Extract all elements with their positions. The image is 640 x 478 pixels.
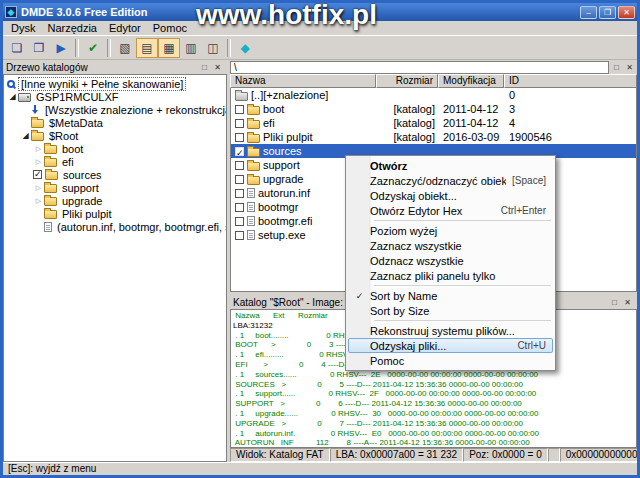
expand-icon[interactable]: ▷ [33, 158, 44, 166]
column-header-rozmiar[interactable]: Rozmiar [376, 74, 438, 88]
tree-item-gsp1rmculxf[interactable]: ◢GSP1RMCULXF [4, 90, 226, 103]
open-disk-button[interactable]: ❐ [28, 38, 50, 58]
collapse-icon[interactable]: ◢ [7, 92, 18, 101]
tree-float-button[interactable]: □ [198, 62, 211, 73]
file-id-cell: 1900546 [505, 130, 636, 144]
tree-item-label: efi [60, 156, 76, 168]
context-menu-item-otwórz-edytor-hex[interactable]: Otwórz Edytor HexCtrl+Enter [348, 203, 553, 218]
context-menu-item-sort-by-name[interactable]: ✓Sort by Name [348, 288, 553, 303]
menubar-item-dysk[interactable]: Dysk [5, 22, 41, 34]
context-menu-item-zaznacz-wszystkie[interactable]: Zaznacz wszystkie [348, 238, 553, 253]
esc-hint-bar: [Esc]: wyjdź z menu [3, 462, 637, 475]
tables-panel-button[interactable]: ◫ [202, 38, 224, 58]
dir-panel-button[interactable]: ▦ [158, 38, 180, 58]
found-icon [31, 105, 40, 115]
tree-item-support[interactable]: ▷support [4, 181, 226, 194]
file-checkbox[interactable] [235, 175, 244, 184]
file-name-label: boot [263, 102, 284, 116]
open-disk-icon: ❐ [34, 42, 45, 54]
menu-item-label: Sort by Size [370, 305, 540, 317]
context-menu-item-rekonstruuj-systemu-plików[interactable]: Rekonstruuj systemu plików... [348, 323, 553, 338]
context-menu-item-poziom-wyżej[interactable]: Poziom wyżej [348, 223, 553, 238]
hex-float-button[interactable]: □ [608, 297, 621, 308]
expand-icon[interactable]: ▷ [33, 197, 44, 205]
file-checkbox[interactable] [235, 231, 244, 240]
tree-panel-button[interactable]: ▤ [136, 38, 158, 58]
column-header-id[interactable]: ID [504, 74, 637, 88]
file-name-label: setup.exe [258, 228, 306, 242]
tree-item-wszystkie-znalezione-rekonstrukcja[interactable]: [Wszystkie znalezione + rekonstrukcja] [4, 103, 226, 116]
tree-body[interactable]: [Inne wyniki + Pełne skanowanie]◢GSP1RMC… [3, 74, 227, 462]
column-header-modyfikacja[interactable]: Modyfikacja [438, 74, 504, 88]
tree-item-autorun-inf-bootmgr-bootmgr-efi-setup-exe[interactable]: (autorun.inf, bootmgr, bootmgr.efi, setu… [4, 220, 226, 233]
file-checkbox[interactable] [235, 147, 244, 156]
collapse-icon[interactable]: ◢ [20, 131, 31, 140]
check-icon: ✓ [349, 291, 370, 301]
file-checkbox[interactable] [235, 161, 244, 170]
tree-item-upgrade[interactable]: ▷upgrade [4, 194, 226, 207]
menu-item-label: Zaznaczyć/odznaczyć obiekt [370, 175, 506, 187]
file-row-pliki-pulpit[interactable]: Pliki pulpit[katalog]2016-03-091900546 [231, 130, 636, 144]
context-menu-item-pomoc[interactable]: Pomoc [348, 353, 553, 368]
minimize-button[interactable]: – [580, 6, 597, 19]
tree-item-efi[interactable]: ▷efi [4, 155, 226, 168]
tree-item-pliki-pulpit[interactable]: Pliki pulpit [4, 207, 226, 220]
context-menu-item-zaznacz-pliki-panelu-tylko[interactable]: Zaznacz pliki panelu tylko [348, 268, 553, 283]
expand-icon[interactable]: ▷ [33, 145, 44, 153]
tree-item-sources[interactable]: sources [4, 168, 226, 181]
toolbar-separator [75, 39, 79, 57]
tree-item-inne-wyniki-pełne-skanowanie[interactable]: [Inne wyniki + Pełne skanowanie] [4, 77, 226, 90]
close-button[interactable]: ✕ [618, 6, 635, 19]
menubar-item-edytor[interactable]: Edytor [103, 22, 147, 34]
path-input[interactable]: \ [230, 61, 609, 74]
file-id-cell: 0 [505, 88, 636, 102]
file-close-button[interactable]: ✕ [623, 62, 636, 73]
context-menu-item-odznacz-wszystkie[interactable]: Odznacz wszystkie [348, 253, 553, 268]
tree-item-metadata[interactable]: $MetaData [4, 116, 226, 129]
file-size-cell: [katalog] [377, 130, 439, 144]
menubar-item-pomoc[interactable]: Pomoc [147, 22, 193, 34]
hex-close-button[interactable]: ✕ [621, 297, 634, 308]
context-menu-item-odzyskaj-pliki[interactable]: Odzyskaj pliki...Ctrl+U [348, 338, 553, 353]
file-checkbox[interactable] [235, 189, 244, 198]
tree-item-boot[interactable]: ▷boot [4, 142, 226, 155]
hex-panel-button[interactable]: ▥ [180, 38, 202, 58]
apply-button[interactable]: ✔ [82, 38, 104, 58]
file-row-efi[interactable]: efi[katalog]2011-04-124 [231, 116, 636, 130]
folder-icon [247, 134, 260, 143]
file-size-cell [377, 88, 439, 102]
file-checkbox[interactable] [235, 119, 244, 128]
file-checkbox[interactable] [235, 217, 244, 226]
file-checkbox[interactable] [235, 203, 244, 212]
context-menu-item-zaznaczyć-odznaczyć-obiekt[interactable]: Zaznaczyć/odznaczyć obiekt[Space] [348, 173, 553, 188]
menu-bar: DyskNarzędziaEdytorPomoc [3, 21, 637, 36]
file-modified-cell: 2011-04-12 [439, 102, 505, 116]
column-header-nazwa[interactable]: Nazwa [230, 74, 376, 88]
disks-panel-button[interactable]: ▧ [114, 38, 136, 58]
context-menu-item-sort-by-size[interactable]: Sort by Size [348, 303, 553, 318]
tree-checkbox[interactable] [33, 170, 42, 179]
file-name-cell: boot [231, 102, 377, 116]
new-session-button[interactable]: ❏ [6, 38, 28, 58]
menu-item-label: Zaznacz pliki panelu tylko [370, 270, 540, 282]
file-name-cell: [..][+znalezione] [231, 88, 377, 102]
file-checkbox[interactable] [235, 133, 244, 142]
apply-icon: ✔ [88, 42, 98, 54]
context-menu-item-odzyskaj-obiekt[interactable]: Odzyskaj obiekt... [348, 188, 553, 203]
maximize-button[interactable]: ❐ [599, 6, 616, 19]
context-menu-item-otwórz[interactable]: Otwórz [348, 158, 553, 173]
tree-item-root[interactable]: ◢$Root [4, 129, 226, 142]
expand-icon[interactable]: ▷ [33, 184, 44, 192]
tree-close-button[interactable]: ✕ [211, 62, 224, 73]
continue-scan-button[interactable]: ▶ [50, 38, 72, 58]
file-row-boot[interactable]: boot[katalog]2011-04-123 [231, 102, 636, 116]
dmde-button[interactable]: ◆ [234, 38, 256, 58]
folder-icon [247, 176, 260, 185]
file-checkbox[interactable] [235, 105, 244, 114]
menubar-item-narzędzia[interactable]: Narzędzia [41, 22, 103, 34]
toolbar: ❏❐▶✔▧▤▦▥◫◆ [3, 36, 637, 60]
file-name-label: sources [263, 144, 302, 158]
tree-item-label: GSP1RMCULXF [34, 91, 121, 103]
file-row-znalezione[interactable]: [..][+znalezione]0 [231, 88, 636, 102]
file-float-button[interactable]: □ [610, 62, 623, 73]
